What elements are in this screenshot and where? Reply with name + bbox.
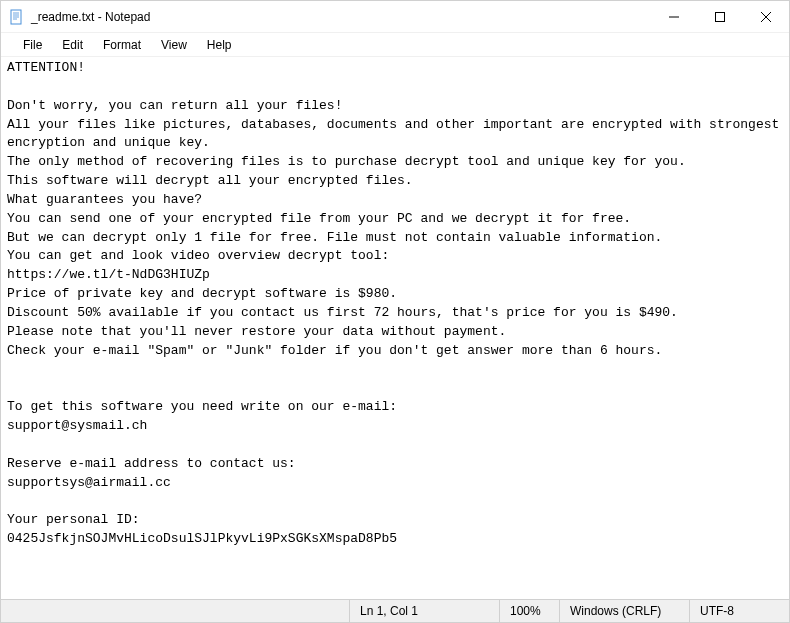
minimize-button[interactable] [651,1,697,33]
status-spacer [1,600,349,622]
status-position: Ln 1, Col 1 [349,600,499,622]
statusbar: Ln 1, Col 1 100% Windows (CRLF) UTF-8 [1,599,789,622]
menu-edit[interactable]: Edit [52,36,93,54]
menu-view[interactable]: View [151,36,197,54]
menu-help[interactable]: Help [197,36,242,54]
maximize-button[interactable] [697,1,743,33]
menubar: File Edit Format View Help [1,33,789,57]
status-zoom: 100% [499,600,559,622]
window-controls [651,1,789,32]
titlebar: _readme.txt - Notepad [1,1,789,33]
status-encoding: UTF-8 [689,600,789,622]
window-title: _readme.txt - Notepad [31,10,651,24]
text-area[interactable]: ATTENTION! Don't worry, you can return a… [1,57,789,599]
close-button[interactable] [743,1,789,33]
menu-file[interactable]: File [13,36,52,54]
svg-rect-6 [716,13,725,22]
status-eol: Windows (CRLF) [559,600,689,622]
notepad-icon [9,9,25,25]
menu-format[interactable]: Format [93,36,151,54]
